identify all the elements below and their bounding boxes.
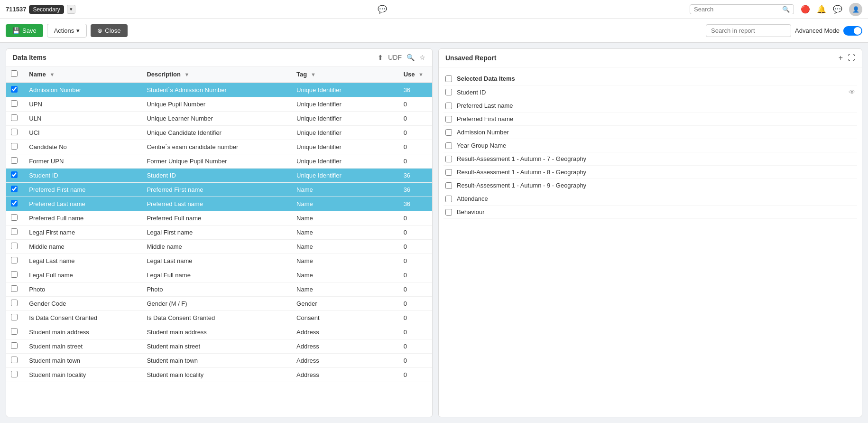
row-checkbox[interactable] bbox=[11, 100, 18, 107]
selected-item-checkbox[interactable] bbox=[445, 75, 452, 82]
selected-item-checkbox[interactable] bbox=[445, 196, 452, 202]
table-row: Admission NumberStudent`s Admission Numb… bbox=[6, 83, 432, 97]
school-dropdown-arrow[interactable]: ▾ bbox=[67, 5, 75, 14]
global-search-bar[interactable]: 🔍 bbox=[690, 4, 794, 14]
row-checkbox[interactable] bbox=[11, 200, 18, 207]
row-checkbox[interactable] bbox=[11, 342, 18, 349]
table-cell: Unique Candidate Identifier bbox=[142, 126, 292, 140]
col-header-tag[interactable]: Tag ▼ bbox=[292, 66, 399, 83]
row-checkbox[interactable] bbox=[11, 129, 18, 135]
selected-item-row: Admission Number bbox=[443, 126, 857, 139]
selected-item-label: Selected Data Items bbox=[457, 75, 855, 82]
selected-item-label: Admission Number bbox=[457, 129, 855, 136]
global-search-input[interactable] bbox=[694, 6, 782, 13]
row-checkbox[interactable] bbox=[11, 314, 18, 320]
udf-label[interactable]: UDF bbox=[388, 54, 402, 61]
row-checkbox[interactable] bbox=[11, 257, 18, 263]
row-checkbox[interactable] bbox=[11, 114, 18, 121]
row-checkbox[interactable] bbox=[11, 157, 18, 164]
row-checkbox[interactable] bbox=[11, 300, 18, 306]
bell-icon[interactable]: 🔔 bbox=[817, 5, 826, 14]
avatar[interactable]: 👤 bbox=[849, 3, 862, 16]
share-icon[interactable]: ⬆ bbox=[378, 54, 383, 61]
selected-item-checkbox[interactable] bbox=[445, 103, 452, 109]
table-row: Middle nameMiddle nameName0 bbox=[6, 240, 432, 254]
selected-item-checkbox[interactable] bbox=[445, 156, 452, 162]
close-button[interactable]: ⊗ Close bbox=[91, 24, 127, 37]
add-icon[interactable]: + bbox=[839, 54, 843, 62]
chat-icon[interactable]: 💬 bbox=[833, 5, 842, 14]
selected-item-checkbox[interactable] bbox=[445, 182, 452, 189]
row-checkbox[interactable] bbox=[11, 171, 18, 178]
table-cell: Legal First name bbox=[142, 226, 292, 240]
row-checkbox[interactable] bbox=[11, 371, 18, 377]
select-all-checkbox[interactable] bbox=[11, 70, 18, 77]
row-checkbox[interactable] bbox=[11, 86, 18, 93]
table-cell: Unique Identifier bbox=[292, 169, 399, 183]
row-checkbox[interactable] bbox=[11, 285, 18, 292]
hidden-icon[interactable]: 👁 bbox=[849, 88, 855, 96]
table-cell: 0 bbox=[399, 368, 432, 382]
school-badge: Secondary bbox=[29, 5, 64, 14]
advanced-mode-switch[interactable] bbox=[843, 26, 862, 36]
selected-item-checkbox[interactable] bbox=[445, 142, 452, 149]
name-filter-icon[interactable]: ▼ bbox=[49, 72, 55, 77]
selected-item-row: Attendance bbox=[443, 192, 857, 206]
row-checkbox[interactable] bbox=[11, 271, 18, 278]
selected-item-checkbox[interactable] bbox=[445, 116, 452, 122]
table-cell: 0 bbox=[399, 240, 432, 254]
table-cell: Student main town bbox=[24, 354, 142, 368]
search-data-icon[interactable]: 🔍 bbox=[406, 54, 415, 61]
desc-filter-icon[interactable]: ▼ bbox=[185, 72, 190, 77]
table-cell: 0 bbox=[399, 311, 432, 325]
expand-icon[interactable]: ⛶ bbox=[848, 54, 855, 62]
table-cell: 36 bbox=[399, 197, 432, 211]
selected-item-checkbox[interactable] bbox=[445, 129, 452, 136]
row-checkbox[interactable] bbox=[11, 214, 18, 221]
selected-item-checkbox[interactable] bbox=[445, 169, 452, 176]
message-icon[interactable]: 💬 bbox=[378, 5, 387, 14]
table-cell: UPN bbox=[24, 97, 142, 112]
selected-item-checkbox[interactable] bbox=[445, 209, 452, 216]
table-row: Student main streetStudent main streetAd… bbox=[6, 339, 432, 354]
table-cell: 0 bbox=[399, 126, 432, 140]
use-filter-icon[interactable]: ▼ bbox=[418, 72, 424, 77]
table-cell: 0 bbox=[399, 112, 432, 126]
table-cell: Legal First name bbox=[24, 226, 142, 240]
right-panel: Unsaved Report + ⛶ Selected Data ItemsSt… bbox=[438, 48, 862, 417]
table-cell: Legal Last name bbox=[24, 254, 142, 268]
row-checkbox[interactable] bbox=[11, 186, 18, 192]
selected-item-row: Year Group Name bbox=[443, 139, 857, 152]
selected-item-checkbox[interactable] bbox=[445, 89, 452, 95]
row-checkbox[interactable] bbox=[11, 143, 18, 150]
save-button[interactable]: 💾 Save bbox=[6, 24, 43, 37]
row-checkbox[interactable] bbox=[11, 228, 18, 235]
table-cell: Former UPN bbox=[24, 154, 142, 169]
selected-item-label: Attendance bbox=[457, 195, 855, 202]
table-row: Student IDStudent IDUnique Identifier36 bbox=[6, 169, 432, 183]
alert-icon[interactable]: 🔴 bbox=[801, 5, 810, 14]
selected-item-label: Year Group Name bbox=[457, 142, 855, 149]
table-cell: Unique Learner Number bbox=[142, 112, 292, 126]
star-icon[interactable]: ☆ bbox=[419, 54, 425, 61]
row-checkbox[interactable] bbox=[11, 357, 18, 363]
toolbar: 💾 Save Actions ▾ ⊗ Close Advanced Mode bbox=[0, 19, 868, 43]
table-cell: Is Data Consent Granted bbox=[24, 311, 142, 325]
actions-button[interactable]: Actions ▾ bbox=[47, 24, 87, 38]
search-report-input[interactable] bbox=[706, 24, 791, 37]
selected-item-label: Behaviour bbox=[457, 208, 855, 216]
table-cell: Photo bbox=[24, 282, 142, 297]
col-header-use[interactable]: Use ▼ bbox=[399, 66, 432, 83]
table-cell: Centre`s exam candidate number bbox=[142, 140, 292, 154]
row-checkbox[interactable] bbox=[11, 328, 18, 335]
col-header-name[interactable]: Name ▼ bbox=[24, 66, 142, 83]
row-checkbox[interactable] bbox=[11, 243, 18, 249]
table-cell: Student main town bbox=[142, 354, 292, 368]
tag-filter-icon[interactable]: ▼ bbox=[311, 72, 316, 77]
table-cell: Student main locality bbox=[24, 368, 142, 382]
table-cell: Name bbox=[292, 240, 399, 254]
table-cell: 0 bbox=[399, 154, 432, 169]
table-cell: Preferred First name bbox=[24, 183, 142, 197]
table-row: Is Data Consent GrantedIs Data Consent G… bbox=[6, 311, 432, 325]
col-header-description[interactable]: Description ▼ bbox=[142, 66, 292, 83]
